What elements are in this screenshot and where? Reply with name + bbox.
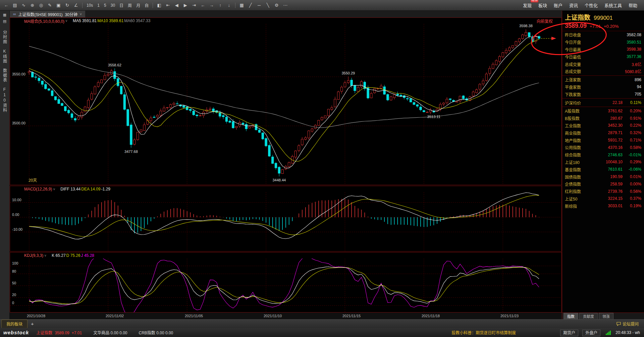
30min-period-button[interactable]: 30 [109, 3, 117, 8]
quote-row-A股指数[interactable]: A股指数3761.620.20% [562, 107, 644, 115]
quote-row-基金指数[interactable]: 基金指数7610.61-0.06% [562, 166, 644, 173]
jump-start-icon[interactable]: ⇤ [164, 1, 172, 9]
collapse-left-icon[interactable]: ◧ [155, 1, 163, 9]
menu-个性化[interactable]: 个性化 [585, 2, 598, 8]
symbol-tab[interactable]: ∞ 上证指数(SHSE 999001) 30分钟 ˅ [10, 11, 85, 17]
quote-value: 705 [635, 92, 641, 97]
quote-row-上证50[interactable]: 上证503224.150.37% [562, 195, 644, 203]
candlestick-chart[interactable]: 3550.003500.003558.623477.683448.443550.… [10, 24, 561, 185]
ticker-CRB指数[interactable]: CRB指数 0.00 0.00 [139, 331, 173, 335]
arrow-up-icon[interactable]: ↑ [216, 1, 224, 9]
more-icon[interactable]: ⋯ [281, 1, 289, 9]
ma-settings-dropdown[interactable]: MA组合(5,10,0,0,60,0)˅ [24, 18, 67, 24]
macd-chart[interactable]: 10.000.00-10.00 [10, 192, 561, 251]
ticker-change: +7.01 [72, 331, 82, 335]
refresh-icon[interactable]: ↻ [63, 1, 71, 9]
macd-settings-dropdown[interactable]: MACD(12,26,9)˅ [24, 187, 55, 191]
toolbar-separator [153, 3, 153, 8]
rail-item-数据表[interactable]: 数据表 [2, 68, 8, 82]
indicator-value: MA5 3591.81 [73, 18, 97, 23]
menu-系统工具[interactable]: 系统工具 [604, 2, 622, 8]
tab-指数[interactable]: 指数 [564, 313, 578, 320]
1min-period-button[interactable]: 1 [95, 3, 102, 8]
crosshair-icon[interactable]: ⊕ [28, 1, 37, 9]
ray-tool-icon[interactable]: ╲ [264, 1, 272, 9]
quote-row-平盘家数[interactable]: 平盘家数94 [562, 83, 644, 91]
quote-row-公用指数[interactable]: 公用指数4370.160.58% [562, 144, 644, 151]
button-期货户[interactable]: 期货户 [560, 330, 578, 336]
measure-icon[interactable]: ∠ [72, 1, 80, 9]
rail-item-F10资料[interactable]: F10资料 [2, 87, 8, 113]
draw-icon[interactable]: ✎ [46, 1, 54, 9]
layout-icon[interactable]: ▤ [11, 1, 19, 9]
quote-row-今日最高[interactable]: 今日最高3598.38 [562, 46, 644, 53]
5min-period-button[interactable]: 5 [102, 3, 108, 8]
trend-mode-icon[interactable]: ∿ [19, 1, 28, 9]
quote-row-上涨家数[interactable]: 上涨家数896 [562, 76, 644, 83]
rail-layout-icon[interactable]: ▤ [3, 19, 6, 23]
menu-账户[interactable]: 账户 [554, 2, 562, 8]
month-period-button[interactable]: 月 [134, 2, 142, 8]
arrow-right-icon[interactable]: → [207, 1, 216, 9]
quote-row-今日开盘[interactable]: 今日开盘3580.51 [562, 39, 644, 46]
quote-row-红利指数[interactable]: 红利指数2739.760.56% [562, 188, 644, 195]
quote-row-国债指数[interactable]: 国债指数190.590.01% [562, 173, 644, 180]
quote-row-综合指数[interactable]: 综合指数2746.63-0.01% [562, 151, 644, 159]
10s-period-button[interactable]: 10s [85, 3, 95, 8]
jump-end-icon[interactable]: ⇥ [190, 1, 198, 9]
index-ticker[interactable]: 上证指数3589.09+7.01 [36, 330, 82, 335]
trendline-tool-icon[interactable]: ╱ [246, 1, 255, 9]
button-外盘户[interactable]: 外盘户 [582, 330, 600, 336]
quote-row-企债指数[interactable]: 企债指数258.590.00% [562, 180, 644, 188]
menu-帮助[interactable]: 帮助 [629, 2, 637, 8]
quote-row-新综指[interactable]: 新综指3033.010.19% [562, 202, 644, 210]
quote-row-总成交额[interactable]: 总成交额5080.8亿 [562, 68, 644, 75]
top-toolbar: ←▤∿⊕◎✎▣↻∠10s1530日周月自◧⇤◀▶⇥←→↑↓▦╱─╲⚙⋯发现NEW… [0, 0, 644, 11]
arrow-left-icon[interactable]: ← [199, 1, 207, 9]
quote-row-下跌家数[interactable]: 下跌家数705 [562, 91, 644, 98]
page-right-icon[interactable]: ▶ [181, 1, 190, 9]
rail-item-分时图[interactable]: 分时图 [2, 30, 8, 44]
date-2021/11/18: 2021/11/18 [422, 314, 440, 318]
week-period-button[interactable]: 周 [126, 2, 134, 8]
quote-row-B股指数[interactable]: B股指数280.670.91% [562, 115, 644, 122]
menu-资讯[interactable]: 资讯 [569, 2, 578, 8]
date-2021/11/10: 2021/11/10 [264, 314, 282, 318]
arrow-down-icon[interactable]: ↓ [225, 1, 233, 9]
quote-value: 3.6亿 [632, 61, 641, 67]
quote-row-工业指数[interactable]: 工业指数3452.300.22% [562, 122, 644, 129]
back-icon[interactable]: ← [2, 1, 10, 9]
quote-row-沪深均价[interactable]: 沪深均价22.180.11% [562, 99, 644, 106]
page-left-icon[interactable]: ◀ [172, 1, 181, 9]
save-icon[interactable]: ▣ [54, 1, 63, 9]
kdj-settings-dropdown[interactable]: KDJ(9,3,3)˅ [24, 253, 46, 258]
add-board-button[interactable]: + [31, 321, 34, 327]
quote-label: 国债指数 [565, 174, 581, 180]
quote-row-地产指数[interactable]: 地产指数5931.720.71% [562, 136, 644, 144]
rail-item-K线图[interactable]: K线图 [2, 49, 8, 64]
ticker-文华商品[interactable]: 文华商品 0.00 0.00 [93, 331, 127, 335]
quote-row-上证180[interactable]: 上证18010048.100.29% [562, 159, 644, 166]
kdj-chart[interactable]: 1008050200 [10, 259, 561, 312]
custom-period-button[interactable]: 自 [143, 2, 151, 8]
svg-text:3448.44: 3448.44 [272, 178, 286, 182]
quote-row-商业指数[interactable]: 商业指数2879.710.32% [562, 129, 644, 136]
tab-贡献度[interactable]: 贡献度 [579, 313, 598, 320]
tab-领涨[interactable]: 领涨 [599, 313, 613, 320]
menu-板块[interactable]: 板块 [538, 2, 547, 8]
quote-pct: 0.32% [623, 130, 641, 135]
adjust-mode-button[interactable]: 向前复权 [537, 18, 553, 24]
settings-icon[interactable]: ⚙ [272, 1, 281, 9]
grid-view-icon[interactable]: ▦ [237, 1, 246, 9]
menu-发现[interactable]: 发现NEW [523, 2, 532, 8]
quote-row-总成交量[interactable]: 总成交量3.6亿 [562, 60, 644, 68]
hline-tool-icon[interactable]: ─ [255, 1, 263, 9]
compass-icon[interactable]: ◎ [37, 1, 45, 9]
day-period-button[interactable]: 日 [117, 2, 125, 8]
quote-row-昨日收盘[interactable]: 昨日收盘3582.08 [562, 31, 644, 39]
forum-link[interactable]: 论坛提问 [616, 321, 639, 327]
chart-tab-row: ∞ 上证指数(SHSE 999001) 30分钟 ˅ [10, 11, 562, 17]
quote-row-今日最低[interactable]: 今日最低3577.36 [562, 53, 644, 60]
rail-layout-icon[interactable]: ▦ [3, 13, 6, 17]
my-board-tab[interactable]: 我的板块 [1, 320, 28, 328]
